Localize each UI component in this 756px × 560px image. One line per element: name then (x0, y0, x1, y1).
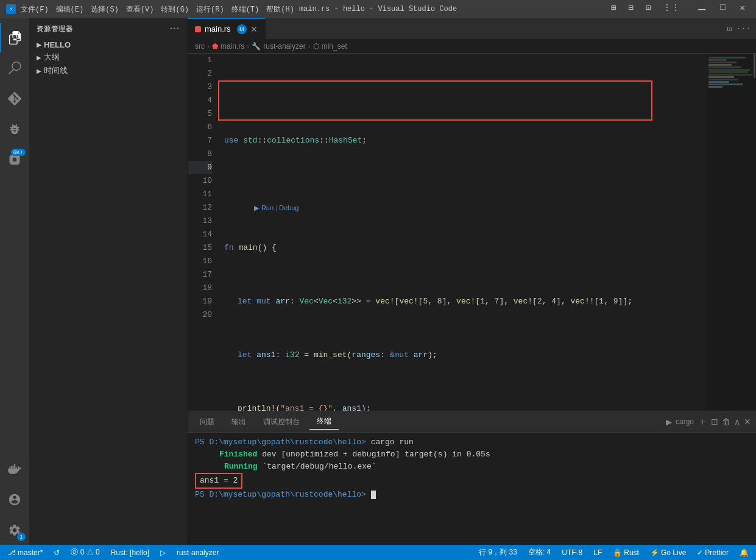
editor-actions: ⊡ ··· (266, 18, 756, 39)
line-numbers: 1 2 3 4 5 6 7 8 9 10 11 12 (188, 54, 218, 411)
statusbar-errors[interactable]: ⓪ 0 △ 0 (68, 547, 102, 558)
more-icon[interactable]: ⋮⋮ (659, 2, 684, 16)
bc-sep-3: › (308, 42, 311, 51)
terminal-running-rest: `target/debug/hello.exe` (258, 462, 376, 471)
ln-4: 4 (188, 94, 212, 107)
debug-link[interactable]: Debug (279, 204, 299, 211)
statusbar-sync[interactable]: ↺ (51, 548, 62, 557)
statusbar-analyzer-label: rust-analyzer (177, 548, 219, 557)
layout-icon[interactable]: ⊞ (607, 2, 620, 16)
bc-src[interactable]: src (195, 42, 205, 51)
terminal-line-3: Running `target/debug/hello.exe` (195, 461, 749, 473)
code-editor[interactable]: 1 2 3 4 5 6 7 8 9 10 11 12 (188, 54, 756, 411)
menu-help[interactable]: 帮助(H) (266, 4, 294, 15)
menu-edit[interactable]: 编辑(E) (56, 4, 84, 15)
sidebar-item-hello-label: HELLO (44, 40, 71, 49)
statusbar-golive[interactable]: ⚡ Go Live (648, 548, 688, 557)
statusbar-branch[interactable]: ⎇ master* (5, 548, 45, 557)
statusbar-notification[interactable]: 🔔 (737, 548, 751, 557)
terminal-cargo-label: cargo (676, 417, 694, 426)
tab-main-rs[interactable]: main.rs M ✕ (188, 18, 266, 39)
statusbar-rust-hello[interactable]: Rust: [hello] (108, 548, 152, 557)
sidebar-item-timeline[interactable]: ▶ 时间线 (29, 64, 187, 77)
bc-main-rs[interactable]: main.rs (221, 42, 244, 51)
tab-label: main.rs (205, 24, 231, 34)
terminal-line-4: ans1 = 2 (195, 473, 749, 489)
sidebar-item-outline[interactable]: ▶ 大纲 (29, 51, 187, 64)
titlebar-menu: 文件(F) 编辑(E) 选择(S) 查看(V) 转到(G) 运行(R) 终端(T… (21, 4, 294, 15)
menu-file[interactable]: 文件(F) (21, 4, 49, 15)
terminal-tab-list: 问题 输出 调试控制台 终端 (193, 414, 339, 430)
tab-problems[interactable]: 问题 (193, 414, 222, 430)
activity-settings[interactable]: 1 (0, 516, 29, 545)
terminal-cursor (371, 491, 376, 499)
activity-git[interactable] (0, 84, 29, 113)
bc-min-set[interactable]: min_set (322, 42, 347, 51)
menu-terminal[interactable]: 终端(T) (231, 4, 260, 15)
sidebar-more-button[interactable]: ··· (170, 23, 180, 34)
statusbar-position[interactable]: 行 9，列 33 (476, 547, 520, 558)
editor-more-icon[interactable]: ··· (736, 24, 751, 34)
rust-file-icon (195, 26, 201, 32)
ln-18: 18 (188, 282, 212, 295)
statusbar-left: ⎇ master* ↺ ⓪ 0 △ 0 Rust: [hello] ▷ rust… (5, 547, 221, 558)
ln-3: 3 (188, 80, 212, 94)
split-icon[interactable]: ⊟ (624, 2, 637, 16)
code-line-1: use std::collections::HashSet; (223, 134, 707, 147)
statusbar-encoding[interactable]: UTF-8 (559, 548, 585, 557)
ln-7: 7 (188, 134, 212, 147)
tab-output[interactable]: 输出 (224, 414, 253, 430)
terminal-line-2: Finished dev [unoptimized + debuginfo] t… (195, 448, 749, 461)
ln-1: 1 (188, 54, 212, 67)
menu-goto[interactable]: 转到(G) (161, 4, 189, 15)
terminal-add-button[interactable]: ＋ (698, 416, 707, 428)
maximize-button[interactable]: □ (715, 2, 730, 16)
sidebar-item-hello[interactable]: ▶ HELLO (29, 39, 187, 51)
terminal-split-button[interactable]: ⊡ (711, 417, 718, 427)
split-editor-icon[interactable]: ⊡ (727, 24, 732, 34)
statusbar-run[interactable]: ▷ (158, 548, 168, 557)
statusbar-language[interactable]: 🔒 Rust (610, 548, 641, 557)
activity-extensions[interactable]: 6K+ (0, 145, 29, 174)
activity-debug[interactable] (0, 115, 29, 144)
menu-select[interactable]: 选择(S) (91, 4, 119, 15)
settings-badge: 1 (17, 533, 26, 541)
terminal-close-button[interactable]: ✕ (744, 417, 751, 427)
activity-explorer[interactable] (0, 23, 29, 52)
minimize-button[interactable]: — (693, 2, 710, 16)
statusbar-analyzer[interactable]: rust-analyzer (174, 548, 221, 557)
statusbar-prettier[interactable]: ✓ Prettier (694, 548, 731, 557)
tab-close-button[interactable]: ✕ (250, 24, 258, 34)
ln-17: 17 (188, 268, 212, 282)
menu-view[interactable]: 查看(V) (126, 4, 154, 15)
bc-rust-analyzer[interactable]: rust-analyzer (263, 42, 305, 51)
activity-account[interactable] (0, 485, 29, 514)
modified-indicator: M (237, 24, 247, 34)
activity-search[interactable] (0, 54, 29, 83)
code-line-2: fn main() { (223, 241, 707, 255)
terminal-delete-button[interactable]: 🗑 (722, 417, 730, 427)
code-lines: use std::collections::HashSet; ▶Run|Debu… (218, 54, 707, 411)
menu-run[interactable]: 运行(R) (196, 4, 224, 15)
minimap-scrollbar[interactable] (754, 54, 755, 78)
statusbar-spaces[interactable]: 空格: 4 (526, 547, 553, 558)
tab-debug-console[interactable]: 调试控制台 (256, 414, 307, 430)
panel-icon[interactable]: ⊡ (642, 2, 654, 16)
statusbar-right: 行 9，列 33 空格: 4 UTF-8 LF 🔒 Rust ⚡ Go Live… (476, 547, 751, 558)
activity-docker[interactable] (0, 455, 29, 484)
terminal-content[interactable]: PS D:\mysetup\gopath\rustcode\hello> car… (188, 433, 756, 545)
close-button[interactable]: ✕ (735, 2, 750, 16)
ln-5: 5 (188, 107, 212, 121)
ln-15: 15 (188, 241, 212, 255)
breadcrumb: src › ⬟ main.rs › 🔧 rust-analyzer › ⬡ mi… (188, 40, 756, 54)
extensions-badge: 6K+ (11, 149, 26, 156)
statusbar-eol[interactable]: LF (591, 548, 604, 557)
run-link[interactable]: Run (261, 204, 274, 211)
sync-icon: ↺ (54, 548, 60, 557)
terminal-running: Running (224, 462, 258, 471)
terminal-expand-button[interactable]: ∧ (734, 417, 740, 427)
run-debug-hint: ▶Run|Debug (223, 188, 707, 201)
statusbar-errors-label: ⓪ 0 △ 0 (71, 547, 99, 558)
tab-terminal[interactable]: 终端 (309, 414, 339, 430)
ln-11: 11 (188, 188, 212, 201)
